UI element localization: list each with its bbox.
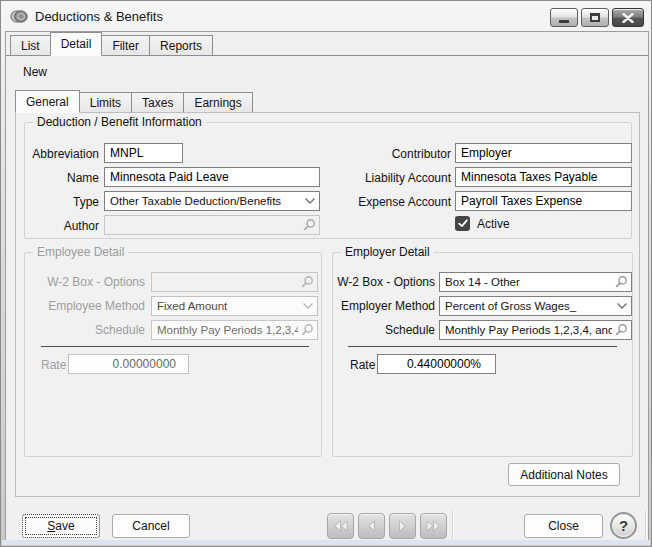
question-mark-icon: ? <box>619 517 628 534</box>
magnifier-icon[interactable] <box>614 323 628 337</box>
toolbar-divider <box>645 510 646 540</box>
abbreviation-input[interactable] <box>104 143 183 163</box>
last-record-button[interactable] <box>420 513 447 539</box>
employee-w2-box-label: W-2 Box - Options <box>25 275 145 289</box>
tab-taxes[interactable]: Taxes <box>131 92 184 112</box>
name-input[interactable] <box>104 167 320 187</box>
coins-icon <box>10 9 28 24</box>
magnifier-icon <box>300 275 314 289</box>
active-label: Active <box>477 217 510 231</box>
type-label: Type <box>27 195 99 209</box>
employer-method-value: Percent of Gross Wages_ <box>445 300 614 312</box>
magnifier-icon <box>300 323 314 337</box>
employee-group-legend: Employee Detail <box>33 245 128 259</box>
close-button[interactable]: Close <box>524 514 603 538</box>
name-label: Name <box>27 171 99 185</box>
employee-method-value: Fixed Amount <box>157 300 300 312</box>
cancel-label: Cancel <box>132 519 169 533</box>
employer-method-label: Employer Method <box>335 299 435 313</box>
active-checkbox[interactable] <box>455 216 470 231</box>
employee-rate-input <box>68 354 189 374</box>
employee-rate-label: Rate <box>41 358 67 372</box>
employer-schedule-value: Monthly Pay Periods 1,2,3,4, and <box>445 324 612 336</box>
magnifier-icon <box>302 218 316 232</box>
window-controls <box>550 8 644 27</box>
expense-account-label: Expense Account <box>321 195 451 209</box>
employer-separator <box>348 346 617 347</box>
deduction-benefit-info-group: Deduction / Benefit Information Abbrevia… <box>24 122 632 239</box>
first-record-icon <box>333 520 348 532</box>
tab-limits[interactable]: Limits <box>79 92 132 112</box>
employee-method-label: Employee Method <box>25 299 145 313</box>
liability-account-input[interactable] <box>455 167 632 187</box>
employer-method-select[interactable]: Percent of Gross Wages_ <box>439 296 632 316</box>
maximize-button[interactable] <box>581 8 609 27</box>
author-lookup[interactable] <box>104 215 320 235</box>
employee-separator <box>41 346 309 347</box>
employee-method-select: Fixed Amount <box>151 296 318 316</box>
employer-w2-box-label: W-2 Box - Options <box>335 275 435 289</box>
cancel-button[interactable]: Cancel <box>112 514 190 538</box>
employer-detail-group: Employer Detail W-2 Box - Options Box 14… <box>332 252 633 457</box>
toolbar-divider <box>452 510 453 540</box>
titlebar[interactable]: Deductions & Benefits <box>1 1 651 31</box>
first-record-button[interactable] <box>327 513 354 539</box>
tab-detail[interactable]: Detail <box>50 32 103 56</box>
employee-schedule-value: Monthly Pay Periods 1,2,3,4, a... <box>157 324 298 336</box>
next-record-icon <box>395 520 410 532</box>
type-select[interactable]: Other Taxable Deduction/Benefits <box>104 191 320 211</box>
record-state-label: New <box>23 65 47 79</box>
contributor-input[interactable] <box>455 143 632 163</box>
chevron-down-icon <box>304 197 316 205</box>
employee-schedule-lookup: Monthly Pay Periods 1,2,3,4, a... <box>151 320 318 340</box>
main-tabstrip: List Detail Filter Reports <box>6 32 648 56</box>
save-button[interactable]: Save <box>22 514 100 538</box>
maximize-icon <box>590 13 600 22</box>
check-icon <box>458 219 468 228</box>
employer-w2-box-value: Box 14 - Other <box>445 276 612 288</box>
minimize-button[interactable] <box>550 8 578 27</box>
client-area: List Detail Filter Reports New General L… <box>5 31 649 542</box>
close-icon <box>622 13 634 23</box>
deductions-benefits-window: Deductions & Benefits List Detail Filter… <box>0 0 652 547</box>
general-tab-page: Deduction / Benefit Information Abbrevia… <box>15 112 640 497</box>
employer-group-legend: Employer Detail <box>341 245 434 259</box>
minimize-icon <box>559 20 569 23</box>
expense-account-input[interactable] <box>455 191 632 211</box>
previous-record-icon <box>364 520 379 532</box>
employer-rate-input[interactable] <box>377 354 496 374</box>
chevron-down-icon <box>616 302 628 310</box>
magnifier-icon[interactable] <box>614 275 628 289</box>
tab-list[interactable]: List <box>10 35 51 55</box>
tab-general[interactable]: General <box>15 90 80 113</box>
previous-record-button[interactable] <box>358 513 385 539</box>
employer-rate-label: Rate <box>350 358 378 372</box>
employer-w2-box-lookup[interactable]: Box 14 - Other <box>439 272 632 292</box>
close-window-button[interactable] <box>612 8 644 27</box>
record-navigation <box>327 513 447 539</box>
tab-reports[interactable]: Reports <box>149 35 213 55</box>
employee-detail-group: Employee Detail W-2 Box - Options Employ… <box>24 252 322 457</box>
employer-schedule-label: Schedule <box>335 323 435 337</box>
abbreviation-label: Abbreviation <box>27 147 99 161</box>
liability-account-label: Liability Account <box>321 171 451 185</box>
author-label: Author <box>27 219 99 233</box>
next-record-button[interactable] <box>389 513 416 539</box>
additional-notes-button[interactable]: Additional Notes <box>508 463 620 486</box>
window-bottom-frame <box>2 540 650 545</box>
close-label: Close <box>548 519 579 533</box>
employee-w2-box-lookup <box>151 272 318 292</box>
last-record-icon <box>426 520 441 532</box>
info-group-legend: Deduction / Benefit Information <box>33 115 206 129</box>
sub-tabstrip: General Limits Taxes Earnings <box>15 89 252 112</box>
employee-schedule-label: Schedule <box>25 323 145 337</box>
save-label: Save <box>47 519 74 533</box>
employer-schedule-lookup[interactable]: Monthly Pay Periods 1,2,3,4, and <box>439 320 632 340</box>
contributor-label: Contributor <box>321 147 451 161</box>
window-title: Deductions & Benefits <box>35 9 163 24</box>
tab-filter[interactable]: Filter <box>101 35 150 55</box>
help-button[interactable]: ? <box>610 512 637 539</box>
additional-notes-label: Additional Notes <box>520 468 607 482</box>
tab-earnings[interactable]: Earnings <box>183 92 252 112</box>
chevron-down-icon <box>302 302 314 310</box>
